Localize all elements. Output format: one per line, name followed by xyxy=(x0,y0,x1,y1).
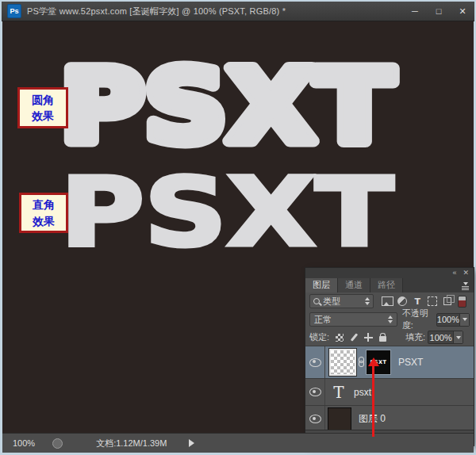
eye-icon xyxy=(309,415,321,423)
layer-name[interactable]: PSXT xyxy=(398,357,423,368)
filter-row: 类型 T xyxy=(305,292,474,310)
opacity-field[interactable]: 100% xyxy=(436,313,470,327)
fill-dropdown-icon[interactable] xyxy=(453,331,463,343)
filter-switch-icon[interactable] xyxy=(455,296,470,308)
lock-label: 锁定: xyxy=(309,331,329,343)
callout-line: 直角 xyxy=(21,197,66,212)
tab-layers[interactable]: 图层 xyxy=(305,278,338,292)
tab-paths[interactable]: 路径 xyxy=(370,278,403,292)
minimize-icon[interactable]: ─ xyxy=(403,2,427,21)
photoshop-logo-icon: Ps xyxy=(7,4,21,18)
callout-line: 效果 xyxy=(20,108,66,124)
lock-pixels-icon[interactable] xyxy=(347,333,361,342)
opacity-label: 不透明度: xyxy=(402,308,434,331)
opacity-dropdown-icon[interactable] xyxy=(459,314,469,326)
lock-all-icon[interactable] xyxy=(375,333,390,342)
maximize-icon[interactable]: □ xyxy=(427,2,451,21)
text-layer-icon[interactable]: T xyxy=(325,383,352,402)
fill-field[interactable]: 100% xyxy=(428,331,463,344)
panel-header: « ✕ xyxy=(305,268,474,278)
menu-arrow-icon xyxy=(463,282,468,285)
layers-panel: « ✕ 图层 通道 路径 类型 T xyxy=(305,268,474,445)
callout-line: 效果 xyxy=(21,213,66,229)
fill-value: 100% xyxy=(428,333,453,342)
layer-row-background[interactable]: 图层 0 xyxy=(305,406,474,433)
panel-tab-bar: 图层 通道 路径 xyxy=(305,278,474,292)
blend-mode-value: 正常 xyxy=(314,314,332,326)
photoshop-window: Ps PS学堂 www.52psxt.com [圣诞帽字效] @ 100% (P… xyxy=(0,0,476,455)
layer-list: PSXT PSXT T psxt 图层 0 xyxy=(305,346,474,433)
collapse-panel-icon[interactable]: « xyxy=(452,270,456,277)
spinner-icon xyxy=(388,315,393,323)
search-icon xyxy=(313,298,320,304)
fill-label: 填充: xyxy=(405,331,425,343)
document-size-info: 文档:1.12M/1.39M xyxy=(96,438,167,449)
sharp-psxt-artwork: PSXT xyxy=(49,165,406,256)
filter-type-dropdown[interactable]: 类型 xyxy=(309,294,374,308)
layer-thumbnail-transparent[interactable] xyxy=(329,349,356,376)
sharp-effect-callout: 直角 效果 xyxy=(19,193,68,233)
visibility-toggle[interactable] xyxy=(305,406,325,432)
title-bar[interactable]: Ps PS学堂 www.52psxt.com [圣诞帽字效] @ 100% (P… xyxy=(2,2,474,21)
filter-adjustment-layers-icon[interactable] xyxy=(395,296,410,306)
status-bar: 100% 文档:1.12M/1.39M xyxy=(2,433,474,453)
filter-pixel-layers-icon[interactable] xyxy=(380,296,395,306)
panel-menu-icon[interactable] xyxy=(462,282,469,292)
filter-shape-layers-icon[interactable] xyxy=(425,296,440,306)
filter-smart-objects-icon[interactable] xyxy=(440,297,455,305)
filter-type-label: 类型 xyxy=(323,296,340,308)
layer-row-psxt-copy[interactable]: PSXT PSXT xyxy=(305,346,474,379)
layer-name[interactable]: psxt xyxy=(354,387,371,398)
zoom-level-field[interactable]: 100% xyxy=(13,438,35,448)
callout-line: 圆角 xyxy=(20,92,66,108)
window-title: PS学堂 www.52psxt.com [圣诞帽字效] @ 100% (PSXT… xyxy=(27,6,286,17)
tab-channels[interactable]: 通道 xyxy=(338,278,370,292)
lock-position-icon[interactable] xyxy=(361,333,375,342)
opacity-value: 100% xyxy=(437,315,459,324)
sharp-psxt-text: PSXT xyxy=(60,165,393,256)
rounded-effect-callout: 圆角 效果 xyxy=(17,87,68,128)
blend-mode-dropdown[interactable]: 正常 xyxy=(309,312,397,327)
eye-icon xyxy=(309,388,321,396)
layer-thumbnail-solid[interactable] xyxy=(328,407,351,431)
close-icon[interactable]: ✕ xyxy=(451,2,474,21)
annotation-arrow-line xyxy=(372,365,374,437)
visibility-toggle[interactable] xyxy=(305,346,325,378)
link-icon xyxy=(358,357,364,368)
rounded-psxt-artwork: PSXT xyxy=(49,49,406,164)
blend-row: 正常 不透明度: 100% xyxy=(305,310,474,329)
window-controls: ─ □ ✕ xyxy=(403,2,474,21)
status-expand-icon[interactable] xyxy=(189,439,194,447)
annotation-arrow-head xyxy=(368,358,379,366)
status-circle-icon xyxy=(52,438,63,449)
eye-icon xyxy=(309,358,321,367)
close-panel-icon[interactable]: ✕ xyxy=(463,270,469,277)
spinner-icon xyxy=(365,297,370,305)
rounded-psxt-text: PSXT xyxy=(60,49,393,164)
visibility-toggle[interactable] xyxy=(305,379,325,405)
filter-type-layers-icon[interactable]: T xyxy=(410,296,425,307)
layer-row-text[interactable]: T psxt xyxy=(305,379,474,406)
lock-row: 锁定: 填充: 100% xyxy=(305,329,474,346)
lock-transparency-icon[interactable] xyxy=(332,334,347,342)
